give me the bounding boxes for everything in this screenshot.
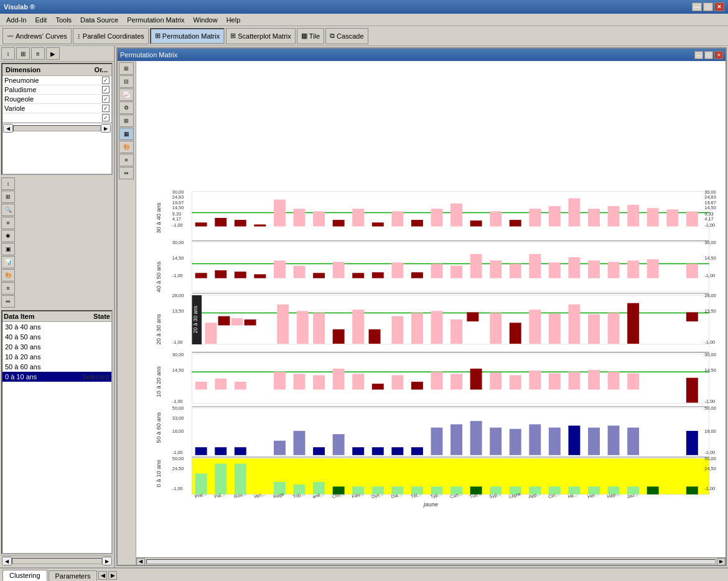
sidebar-tool-6[interactable]: ▣ bbox=[1, 243, 15, 255]
minimize-button[interactable]: — bbox=[692, 2, 702, 11]
svg-text:40 à 50 ans: 40 à 50 ans bbox=[155, 262, 162, 293]
data-item-10-20[interactable]: 10 à 20 ans bbox=[2, 352, 111, 362]
chart-scroll-left[interactable]: ◀ bbox=[136, 558, 145, 565]
svg-rect-124 bbox=[274, 372, 286, 389]
pm-icon-bars[interactable]: ▦ bbox=[119, 128, 134, 140]
svg-rect-131 bbox=[411, 382, 423, 390]
pm-close[interactable]: ✕ bbox=[714, 51, 723, 59]
pm-minimize[interactable]: — bbox=[694, 51, 703, 59]
sidebar-tool-3[interactable]: 🔍 bbox=[1, 204, 15, 216]
svg-text:-1,00: -1,00 bbox=[704, 450, 715, 455]
scroll-right[interactable]: ▶ bbox=[101, 124, 111, 133]
dim-rougeole-checkbox[interactable]: ✓ bbox=[102, 95, 110, 103]
dim-variole[interactable]: Variole ✓ bbox=[2, 104, 111, 113]
matrix-icon: ⊞ bbox=[155, 32, 161, 40]
svg-rect-95 bbox=[313, 313, 325, 344]
svg-rect-28 bbox=[431, 209, 443, 226]
svg-rect-157 bbox=[313, 447, 325, 455]
dim-pneumonie-checkbox[interactable]: ✓ bbox=[102, 77, 110, 84]
cascade-icon: ⧉ bbox=[330, 32, 335, 40]
svg-text:-1,00: -1,00 bbox=[172, 486, 183, 491]
pm-icon-chart[interactable]: 📈 bbox=[119, 88, 134, 101]
menu-help[interactable]: Help bbox=[223, 15, 245, 25]
svg-rect-30 bbox=[470, 220, 482, 226]
sidebar-tool-7[interactable]: 📊 bbox=[1, 256, 15, 268]
sidebar-tool-1[interactable]: ↕ bbox=[1, 177, 15, 190]
sidebar-tool-10[interactable]: ⇔ bbox=[1, 295, 15, 308]
pm-icon-table[interactable]: ⊞ bbox=[119, 62, 134, 75]
menu-addin[interactable]: Add-In bbox=[2, 15, 30, 25]
scroll-right-data[interactable]: ▶ bbox=[102, 557, 112, 565]
svg-rect-26 bbox=[391, 211, 403, 226]
svg-text:33,00: 33,00 bbox=[172, 415, 184, 421]
data-item-50-60[interactable]: 50 à 60 ans bbox=[2, 362, 111, 372]
pm-icon-grid[interactable]: ⊟ bbox=[119, 75, 134, 88]
pm-icon-color[interactable]: 🎨 bbox=[119, 141, 134, 153]
svg-text:28,00: 28,00 bbox=[704, 293, 716, 298]
pm-icon-layout[interactable]: ⊞ bbox=[119, 115, 134, 127]
tile-button[interactable]: ▦ Tile bbox=[297, 28, 324, 44]
data-item-20-30[interactable]: 20 à 30 ans bbox=[2, 342, 111, 352]
sidebar: ↕ ⊞ ≡ ▶ Dimension Or... Pneumonie ✓ Palu… bbox=[0, 46, 115, 567]
data-item-40-50[interactable]: 40 à 50 ans bbox=[2, 332, 111, 342]
app-title: Visulab ® bbox=[4, 3, 35, 11]
svg-rect-32 bbox=[510, 220, 521, 227]
pm-icon-filter[interactable]: ≡ bbox=[119, 154, 134, 166]
svg-rect-143 bbox=[686, 378, 698, 403]
svg-rect-31 bbox=[490, 211, 502, 226]
scroll-left-data[interactable]: ◀ bbox=[2, 557, 12, 565]
dim-5-checkbox[interactable]: ✓ bbox=[102, 114, 110, 121]
dim-rougeole[interactable]: Rougeole ✓ bbox=[2, 95, 111, 104]
svg-rect-17 bbox=[215, 218, 226, 227]
dim-paludisme-checkbox[interactable]: ✓ bbox=[102, 86, 110, 93]
menu-window[interactable]: Window bbox=[190, 15, 222, 25]
tab-nav-next[interactable]: ▶ bbox=[108, 571, 117, 580]
svg-rect-69 bbox=[490, 260, 502, 278]
scatterplot-button[interactable]: ⊞ Scatterplot Matrix bbox=[226, 28, 296, 44]
pm-maximize[interactable]: □ bbox=[704, 51, 713, 59]
cascade-button[interactable]: ⧉ Cascade bbox=[325, 28, 368, 44]
svg-rect-127 bbox=[333, 369, 345, 390]
menu-datasource[interactable]: Data Source bbox=[77, 15, 122, 25]
sidebar-tool-5[interactable]: ✱ bbox=[1, 230, 15, 242]
sidebar-icon-2[interactable]: ⊞ bbox=[16, 47, 30, 60]
andrews-curves-button[interactable]: 〰️ Andrews' Curves bbox=[2, 28, 72, 44]
pm-icon-settings[interactable]: ⚙ bbox=[119, 102, 134, 114]
sidebar-icon-1[interactable]: ↕ bbox=[1, 47, 15, 60]
dim-variole-checkbox[interactable]: ✓ bbox=[102, 105, 110, 112]
menu-edit[interactable]: Edit bbox=[31, 15, 50, 25]
menu-tools[interactable]: Tools bbox=[52, 15, 75, 25]
sidebar-tool-9[interactable]: ≡ bbox=[1, 282, 15, 295]
sidebar-tool-4[interactable]: ≡ bbox=[1, 217, 15, 229]
maximize-button[interactable]: □ bbox=[703, 2, 713, 11]
dim-pneumonie[interactable]: Pneumonie ✓ bbox=[2, 76, 111, 85]
scroll-left[interactable]: ◀ bbox=[3, 124, 13, 133]
svg-rect-171 bbox=[588, 428, 600, 455]
tab-clustering[interactable]: Clustering bbox=[2, 570, 47, 581]
dim-5[interactable]: ✓ bbox=[2, 113, 111, 123]
chart-scroll-right[interactable]: ▶ bbox=[717, 558, 726, 565]
data-item-30-40[interactable]: 30 à 40 ans bbox=[2, 322, 111, 332]
sidebar-icon-3[interactable]: ≡ bbox=[31, 47, 45, 60]
pm-icon-expand[interactable]: ⇔ bbox=[119, 167, 134, 179]
svg-text:14,50: 14,50 bbox=[172, 367, 184, 373]
dim-paludisme[interactable]: Paludisme ✓ bbox=[2, 85, 111, 95]
svg-rect-128 bbox=[352, 374, 364, 389]
sidebar-icon-4[interactable]: ▶ bbox=[46, 47, 60, 60]
sidebar-tool-2[interactable]: ⊞ bbox=[1, 191, 15, 203]
close-button[interactable]: ✕ bbox=[714, 2, 724, 11]
svg-rect-78 bbox=[686, 264, 698, 278]
svg-rect-137 bbox=[529, 371, 541, 390]
sidebar-tool-8[interactable]: 🎨 bbox=[1, 269, 15, 281]
parallel-coords-button[interactable]: ⫶ Parallel Coordinates bbox=[73, 28, 149, 44]
svg-text:-1,00: -1,00 bbox=[704, 339, 715, 345]
tab-parameters[interactable]: Parameters bbox=[49, 570, 98, 581]
svg-rect-89 bbox=[205, 323, 217, 344]
permutation-matrix-button[interactable]: ⊞ Permutation Matrix bbox=[150, 28, 225, 44]
svg-rect-65 bbox=[411, 272, 423, 278]
menu-permutation[interactable]: Permutation Matrix bbox=[123, 15, 188, 25]
tab-nav-prev[interactable]: ◀ bbox=[98, 571, 107, 580]
data-item-0-10[interactable]: 0 à 10 ansSelected bbox=[2, 372, 111, 382]
pm-content: ⊞ ⊟ 📈 ⚙ ⊞ ▦ 🎨 ≡ ⇔ 30 à 40 ans bbox=[118, 61, 726, 565]
svg-rect-104 bbox=[490, 313, 502, 344]
